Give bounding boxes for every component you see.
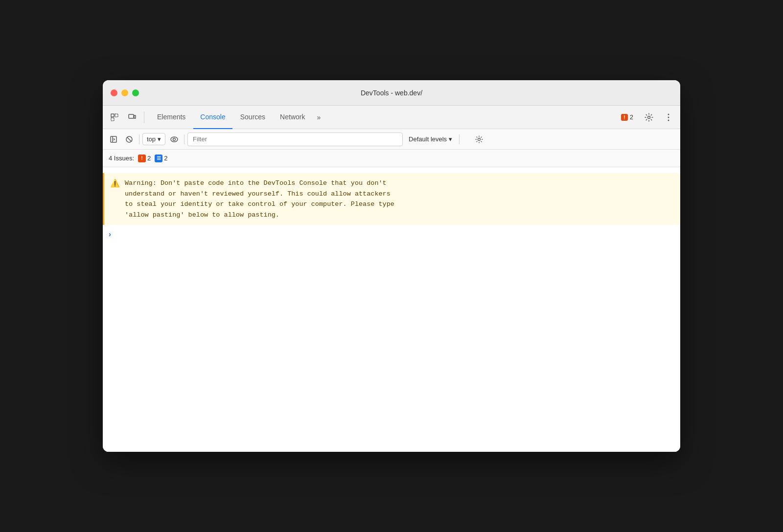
warning-message: ⚠️ Warning: Don't paste code into the De… (103, 173, 680, 225)
default-levels-label: Default levels (409, 135, 447, 143)
info-count: 2 (164, 155, 167, 162)
svg-point-15 (478, 138, 481, 140)
warning-icon-sm: ! (138, 155, 146, 162)
device-icon (128, 113, 136, 121)
svg-point-5 (648, 116, 650, 118)
svg-rect-1 (115, 114, 118, 117)
svg-point-13 (171, 137, 178, 142)
issues-warning-badge: ! (621, 114, 628, 121)
info-issues-badge[interactable]: ☰ 2 (155, 155, 167, 162)
context-selector[interactable]: top ▾ (142, 133, 165, 145)
warning-count: 2 (147, 155, 151, 162)
eye-icon (170, 136, 178, 143)
console-settings-button[interactable] (472, 133, 486, 146)
clear-icon (126, 136, 133, 143)
prompt-arrow: › (109, 230, 111, 238)
svg-line-12 (127, 137, 131, 141)
context-label: top (147, 135, 156, 143)
inspect-element-button[interactable] (107, 110, 122, 125)
console-body[interactable]: ⚠️ Warning: Don't paste code into the De… (103, 167, 680, 452)
svg-rect-2 (111, 118, 114, 121)
devtools-window: DevTools - web.dev/ Elements (103, 80, 680, 452)
info-icon-sm: ☰ (155, 155, 162, 162)
tab-more-button[interactable]: » (313, 106, 324, 129)
gear-icon (645, 113, 653, 122)
warning-issues-badge[interactable]: ! 2 (138, 155, 151, 162)
svg-point-6 (668, 113, 669, 115)
tab-sources[interactable]: Sources (233, 106, 272, 129)
console-prompt[interactable]: › (103, 227, 680, 241)
filter-input[interactable] (187, 133, 403, 146)
svg-rect-0 (111, 114, 114, 117)
close-button[interactable] (111, 89, 117, 96)
tab-elements[interactable]: Elements (150, 106, 192, 129)
console-separator-1 (139, 134, 139, 144)
inspect-icon (111, 113, 118, 121)
default-levels-button[interactable]: Default levels ▾ (405, 133, 456, 145)
settings-button[interactable] (641, 110, 657, 125)
more-options-button[interactable] (661, 110, 676, 125)
clear-console-button[interactable] (122, 133, 136, 146)
svg-rect-9 (111, 136, 116, 142)
sidebar-toggle-button[interactable] (107, 133, 120, 146)
tab-network[interactable]: Network (273, 106, 312, 129)
issues-label: 4 Issues: (109, 155, 134, 162)
issues-bar: 4 Issues: ! 2 ☰ 2 (103, 150, 680, 167)
tab-bar-separator-1 (144, 111, 144, 123)
tab-bar-tool-icons (107, 110, 146, 125)
warning-triangle-icon: ⚠️ (110, 178, 120, 188)
svg-point-14 (173, 138, 176, 140)
console-input[interactable] (115, 230, 674, 238)
tab-console[interactable]: Console (193, 106, 232, 129)
device-toggle-button[interactable] (124, 110, 140, 125)
sidebar-icon (110, 136, 117, 143)
issues-badge-button[interactable]: ! 2 (617, 111, 637, 123)
default-levels-arrow: ▾ (449, 135, 452, 143)
svg-rect-3 (129, 114, 134, 118)
minimize-button[interactable] (121, 89, 128, 96)
console-separator-2 (184, 134, 184, 144)
live-expressions-button[interactable] (167, 133, 181, 146)
svg-point-7 (668, 116, 669, 118)
console-toolbar: top ▾ Default levels ▾ (103, 129, 680, 150)
issues-badge-count: 2 (630, 113, 633, 121)
tab-bar-right: ! 2 (617, 110, 676, 125)
tab-bar: Elements Console Sources Network » ! 2 (103, 106, 680, 129)
warning-text: Warning: Don't paste code into the DevTo… (125, 178, 394, 220)
console-gear-icon (475, 135, 483, 143)
window-title: DevTools - web.dev/ (361, 89, 422, 97)
context-arrow: ▾ (158, 135, 161, 143)
main-tabs: Elements Console Sources Network » (150, 106, 324, 129)
svg-point-8 (668, 119, 669, 121)
more-dots-icon (668, 113, 669, 121)
console-separator-4 (463, 134, 469, 144)
title-bar: DevTools - web.dev/ (103, 80, 680, 106)
filter-input-wrap (187, 133, 403, 146)
maximize-button[interactable] (132, 89, 139, 96)
traffic-lights (111, 89, 139, 96)
svg-rect-4 (134, 115, 136, 118)
console-separator-3 (459, 134, 460, 144)
